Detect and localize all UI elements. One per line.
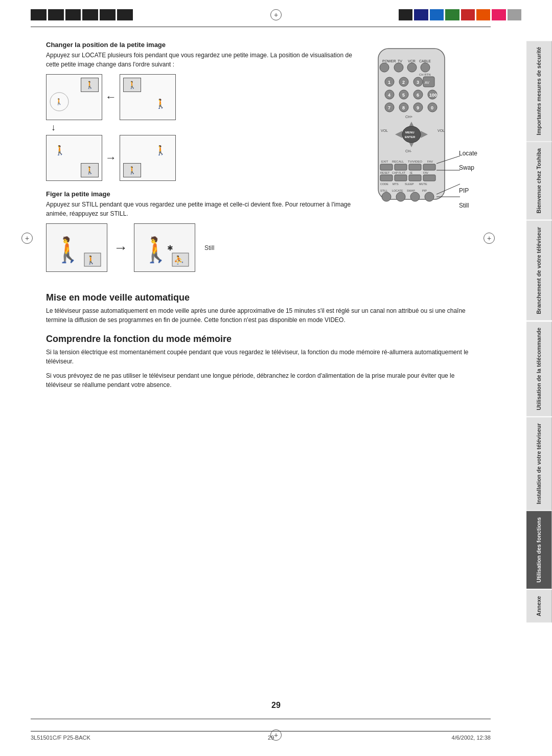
svg-text:EXIT: EXIT: [381, 160, 388, 163]
svg-text:ENTER: ENTER: [405, 135, 416, 139]
svg-text:4: 4: [388, 93, 390, 98]
pip-box-1: 🚶 🚶: [46, 74, 102, 120]
svg-text:TV: TV: [398, 59, 402, 63]
changer-title: Changer la position de la petite image: [46, 41, 353, 49]
svg-text:🚶: 🚶: [53, 235, 83, 264]
svg-text:FAV: FAV: [423, 171, 428, 174]
svg-text:100: 100: [429, 93, 437, 98]
left-column: Changer la position de la petite image A…: [46, 41, 353, 282]
tab-annexe[interactable]: Annexe: [526, 590, 552, 623]
figer-text: Appuyez sur STILL pendant que vous regar…: [46, 200, 353, 218]
svg-text:CAP FLXT: CAP FLXT: [392, 171, 406, 174]
svg-text:0: 0: [431, 105, 433, 110]
svg-text:IE: IE: [410, 171, 413, 174]
svg-text:LOCATE: LOCATE: [392, 189, 403, 192]
svg-text:MUTE: MUTE: [419, 182, 427, 186]
still-label: Still: [204, 244, 214, 251]
svg-text:CABLE: CABLE: [419, 59, 431, 63]
pip-box-2: 🚶 🚶: [120, 74, 176, 120]
svg-text:3: 3: [417, 80, 419, 85]
svg-point-81: [382, 192, 391, 201]
tab-branchement[interactable]: Branchement de votre téléviseur: [526, 221, 552, 320]
tab-importantes[interactable]: Importantes mesures de sécurité: [526, 41, 552, 141]
svg-rect-63: [409, 164, 421, 170]
tab-installation[interactable]: Installation de votre téléviseur: [526, 417, 552, 510]
mise-en-mode-text: Le téléviseur passe automatiquement en m…: [46, 306, 475, 325]
figer-images: 🚶 🚶 → 🚶 ⛹: [46, 223, 353, 272]
svg-point-53: [402, 126, 421, 143]
locate-label: Locate: [459, 147, 477, 160]
comprendre-text2: Si vous prévoyez de ne pas utiliser le t…: [46, 371, 475, 390]
svg-text:2: 2: [402, 80, 405, 85]
svg-text:STILL: STILL: [380, 189, 388, 192]
svg-point-19: [407, 63, 417, 72]
svg-text:🚶: 🚶: [141, 235, 171, 264]
still-remote-label: Still: [459, 199, 477, 212]
svg-rect-69: [380, 175, 393, 181]
svg-text:PIP: PIP: [422, 189, 427, 192]
pip-box-3: 🚶 🚶: [46, 135, 102, 181]
footer-left: 3L51501C/F P25-BACK: [31, 735, 90, 741]
tab-utilisation-fonctions[interactable]: Utilisation des fonctions: [526, 511, 552, 589]
svg-rect-62: [395, 164, 407, 170]
mise-en-mode-title: Mise en mode veille automatique: [46, 292, 475, 303]
comprendre-title: Comprendre la fonction du mode mémoire: [46, 334, 475, 345]
main-content: Changer la position de la petite image A…: [31, 31, 491, 715]
svg-point-20: [421, 63, 430, 72]
top-separator-line: [31, 27, 491, 27]
svg-text:VOL: VOL: [438, 129, 445, 132]
svg-text:VCR: VCR: [408, 59, 416, 63]
svg-text:MENU: MENU: [405, 131, 415, 134]
svg-point-82: [396, 192, 405, 201]
svg-text:🚶: 🚶: [55, 98, 63, 105]
svg-text:MTS: MTS: [393, 182, 399, 186]
right-tabs: Importantes mesures de sécurité Bienvenu…: [522, 0, 552, 756]
svg-text:⛹: ⛹: [174, 255, 184, 265]
remote-labels: Locate Swap PIP Still: [459, 146, 477, 214]
svg-point-18: [394, 63, 403, 72]
figer-arrow: →: [113, 240, 128, 256]
svg-rect-71: [409, 175, 421, 181]
svg-text:🚶: 🚶: [155, 98, 167, 109]
pip-box-4: 🚶 🚶: [120, 135, 176, 181]
svg-text:5: 5: [402, 93, 405, 98]
svg-text:RESET: RESET: [380, 171, 390, 174]
svg-text:FAV: FAV: [427, 160, 433, 163]
pip-label: PIP: [459, 185, 477, 197]
svg-text:CH+: CH+: [405, 115, 412, 119]
svg-text:VOL: VOL: [381, 129, 388, 132]
svg-text:9: 9: [417, 105, 419, 110]
svg-text:CH RTN: CH RTN: [419, 73, 431, 76]
svg-text:SLEEP: SLEEP: [405, 182, 414, 186]
tab-bienvenue[interactable]: Bienvenue chez Toshiba: [526, 142, 552, 220]
section-mise-en-mode: Mise en mode veille automatique Le télév…: [46, 292, 475, 325]
figer-box-2: 🚶 ⛹ ✱: [134, 223, 195, 272]
svg-point-83: [410, 192, 420, 201]
svg-text:✱: ✱: [167, 244, 173, 252]
svg-text:6: 6: [417, 93, 419, 98]
svg-point-84: [425, 192, 434, 201]
bottom-separator-line: [31, 719, 491, 719]
svg-text:🚶: 🚶: [86, 255, 96, 265]
right-column: POWER TV VCR CABLE CH RTN 1 2 3 AV: [363, 41, 475, 282]
page-number: 29: [271, 701, 281, 710]
section-figer: Figer la petite image Appuyez sur STILL …: [46, 190, 353, 272]
svg-text:TV/VIDEO: TV/VIDEO: [408, 160, 422, 163]
top-section: Changer la position de la petite image A…: [46, 41, 475, 282]
footer-right: 4/6/2002, 12:38: [452, 735, 491, 741]
svg-rect-72: [423, 175, 435, 181]
comprendre-text1: Si la tension électrique est momentanéme…: [46, 348, 475, 366]
footer-center: 29: [268, 735, 274, 741]
footer: 3L51501C/F P25-BACK 29 4/6/2002, 12:38: [31, 731, 491, 741]
top-bar-left: [31, 9, 133, 20]
pip-diagram: 🚶 🚶 ← 🚶: [46, 74, 353, 181]
section-comprendre: Comprendre la fonction du mode mémoire S…: [46, 334, 475, 390]
figer-box-1: 🚶 🚶: [46, 223, 107, 272]
tab-utilisation-telecommande[interactable]: Utilisation de la télécommande: [526, 322, 552, 416]
svg-rect-64: [423, 164, 435, 170]
svg-text:CODE: CODE: [380, 182, 388, 186]
svg-text:7: 7: [388, 105, 390, 110]
svg-text:SWAP: SWAP: [407, 189, 415, 192]
svg-text:CH-: CH-: [405, 149, 412, 153]
section-changer: Changer la position de la petite image A…: [46, 41, 353, 181]
